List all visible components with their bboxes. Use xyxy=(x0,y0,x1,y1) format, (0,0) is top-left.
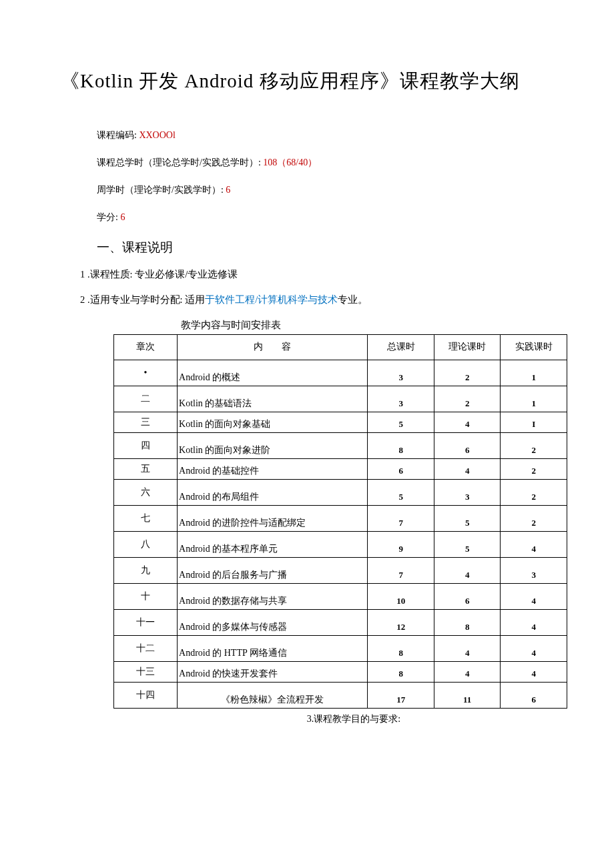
section-heading: 一、课程说明 xyxy=(60,239,554,256)
total-hours-line: 课程总学时（理论总学时/实践总学时）: 108（68/40） xyxy=(97,157,554,169)
cell-content: Android 的基础控件 xyxy=(178,458,368,479)
cell-chapter: 七 xyxy=(114,505,178,531)
cell-practice: 1 xyxy=(501,386,567,412)
table-row: 十一Android 的多媒体与传感器1284 xyxy=(114,609,567,635)
cell-total: 8 xyxy=(368,635,434,661)
cell-theory: 4 xyxy=(434,458,501,479)
cell-chapter: 九 xyxy=(114,557,178,583)
weekly-hours-value: 6 xyxy=(226,185,230,195)
table-body: •Android 的概述321二Kotlin 的基础语法321三Kotlin 的… xyxy=(114,360,567,708)
course-nature-line: 1 .课程性质: 专业必修课/专业选修课 xyxy=(60,268,554,281)
cell-theory: 5 xyxy=(434,531,501,557)
cell-content: Android 的基本程序单元 xyxy=(178,531,368,557)
cell-theory: 4 xyxy=(434,412,501,432)
cell-chapter: • xyxy=(114,360,178,386)
table-row: 十三Android 的快速开发套件844 xyxy=(114,661,567,682)
cell-total: 7 xyxy=(368,505,434,531)
table-row: 二Kotlin 的基础语法321 xyxy=(114,386,567,412)
table-row: 九Android 的后台服务与广播743 xyxy=(114,557,567,583)
cell-practice: 2 xyxy=(501,479,567,505)
table-row: 六Android 的布局组件532 xyxy=(114,479,567,505)
applicable-major-line: 2 .适用专业与学时分配: 适用于软件工程/计算机科学与技术专业。 xyxy=(60,294,554,306)
table-header-row: 章次 内容 总课时 理论课时 实践课时 xyxy=(114,334,567,360)
cell-content: 《粉色辣椒》全流程开发 xyxy=(178,682,368,708)
cell-total: 7 xyxy=(368,557,434,583)
document-title: 《Kotlin 开发 Android 移动应用程序》课程教学大纲 xyxy=(60,67,554,96)
cell-chapter: 十三 xyxy=(114,661,178,682)
cell-content: Android 的后台服务与广播 xyxy=(178,557,368,583)
cell-total: 8 xyxy=(368,661,434,682)
table-row: 十Android 的数据存储与共享1064 xyxy=(114,583,567,609)
cell-theory: 2 xyxy=(434,386,501,412)
cell-total: 17 xyxy=(368,682,434,708)
cell-content: Kotlin 的面向对象进阶 xyxy=(178,432,368,458)
cell-theory: 4 xyxy=(434,557,501,583)
table-row: 十二Android 的 HTTP 网络通信844 xyxy=(114,635,567,661)
course-code-value: XXOOOl xyxy=(139,130,175,140)
cell-theory: 2 xyxy=(434,360,501,386)
cell-practice: 2 xyxy=(501,458,567,479)
cell-theory: 8 xyxy=(434,609,501,635)
table-row: 三Kotlin 的面向对象基础54I xyxy=(114,412,567,432)
cell-practice: 1 xyxy=(501,360,567,386)
total-hours-label: 课程总学时（理论总学时/实践总学时）: xyxy=(97,157,261,167)
cell-total: 8 xyxy=(368,432,434,458)
cell-theory: 11 xyxy=(434,682,501,708)
cell-theory: 5 xyxy=(434,505,501,531)
cell-total: 3 xyxy=(368,360,434,386)
header-practice: 实践课时 xyxy=(501,334,567,360)
cell-total: 12 xyxy=(368,609,434,635)
header-total: 总课时 xyxy=(368,334,434,360)
table-row: •Android 的概述321 xyxy=(114,360,567,386)
cell-chapter: 十一 xyxy=(114,609,178,635)
cell-content: Android 的快速开发套件 xyxy=(178,661,368,682)
cell-practice: 2 xyxy=(501,432,567,458)
credits-line: 学分: 6 xyxy=(97,211,554,224)
cell-total: 6 xyxy=(368,458,434,479)
cell-total: 3 xyxy=(368,386,434,412)
footer-line: 3.课程教学目的与要求: xyxy=(60,713,554,725)
cell-total: 10 xyxy=(368,583,434,609)
cell-total: 5 xyxy=(368,412,434,432)
cell-theory: 3 xyxy=(434,479,501,505)
cell-practice: 2 xyxy=(501,505,567,531)
header-content: 内容 xyxy=(178,334,368,360)
cell-practice: 3 xyxy=(501,557,567,583)
table-row: 七Android 的进阶控件与适配绑定752 xyxy=(114,505,567,531)
header-theory: 理论课时 xyxy=(434,334,501,360)
cell-content: Android 的 HTTP 网络通信 xyxy=(178,635,368,661)
cell-chapter: 十 xyxy=(114,583,178,609)
meta-block: 课程编码: XXOOOl 课程总学时（理论总学时/实践总学时）: 108（68/… xyxy=(60,129,554,224)
credits-value: 6 xyxy=(120,212,125,222)
cell-total: 9 xyxy=(368,531,434,557)
weekly-hours-line: 周学时（理论学时/实践学时）: 6 xyxy=(97,184,554,196)
cell-chapter: 十二 xyxy=(114,635,178,661)
cell-practice: 4 xyxy=(501,583,567,609)
table-row: 八Android 的基本程序单元954 xyxy=(114,531,567,557)
cell-practice: 4 xyxy=(501,635,567,661)
cell-chapter: 八 xyxy=(114,531,178,557)
total-hours-value: 108（68/40） xyxy=(263,157,317,167)
cell-chapter: 二 xyxy=(114,386,178,412)
cell-practice: 4 xyxy=(501,661,567,682)
cell-total: 5 xyxy=(368,479,434,505)
cell-practice: I xyxy=(501,412,567,432)
table-row: 四Kotlin 的面向对象进阶862 xyxy=(114,432,567,458)
cell-content: Android 的多媒体与传感器 xyxy=(178,609,368,635)
table-title: 教学内容与时间安排表 xyxy=(60,319,554,332)
cell-chapter: 十四 xyxy=(114,682,178,708)
cell-content: Android 的布局组件 xyxy=(178,479,368,505)
cell-content: Kotlin 的基础语法 xyxy=(178,386,368,412)
cell-practice: 4 xyxy=(501,609,567,635)
cell-theory: 6 xyxy=(434,583,501,609)
cell-practice: 6 xyxy=(501,682,567,708)
cell-theory: 4 xyxy=(434,661,501,682)
applicable-suffix: 专业。 xyxy=(338,294,368,305)
cell-theory: 6 xyxy=(434,432,501,458)
table-row: 十四《粉色辣椒》全流程开发17116 xyxy=(114,682,567,708)
cell-chapter: 六 xyxy=(114,479,178,505)
cell-content: Android 的进阶控件与适配绑定 xyxy=(178,505,368,531)
cell-chapter: 四 xyxy=(114,432,178,458)
cell-chapter: 五 xyxy=(114,458,178,479)
weekly-hours-label: 周学时（理论学时/实践学时）: xyxy=(97,185,224,195)
